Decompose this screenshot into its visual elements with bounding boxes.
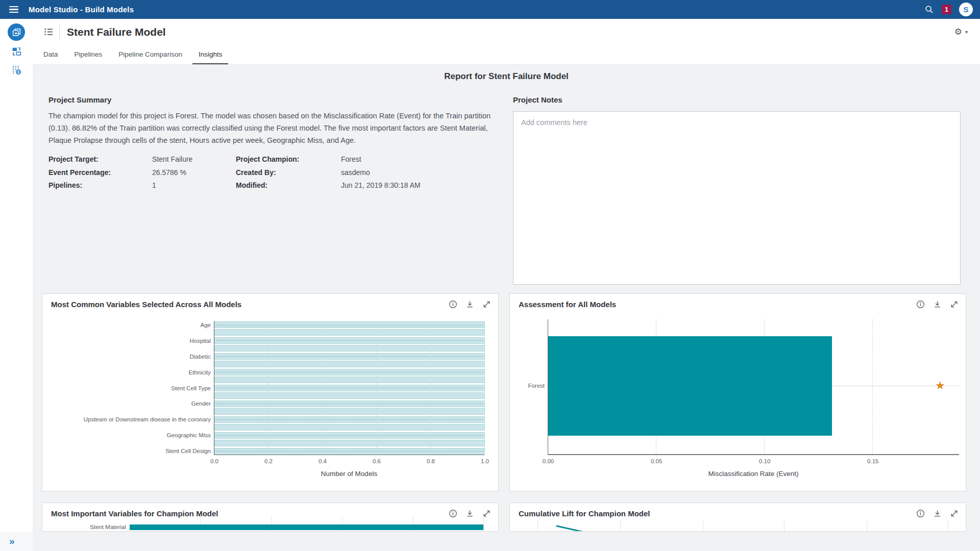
y-axis-label: Age	[201, 322, 211, 328]
card-title: Most Common Variables Selected Across Al…	[51, 300, 241, 309]
gridline	[703, 521, 703, 532]
bar-dotted-line	[216, 325, 483, 325]
expand-icon[interactable]	[482, 300, 491, 309]
bar	[214, 424, 485, 431]
card-assessment-all-models: Assessment for All Models 0.000.050.100.…	[509, 293, 966, 491]
card-actions	[908, 300, 959, 309]
user-avatar[interactable]: S	[959, 3, 973, 16]
y-axis-label: Upsteam or Downstream disease in the cor…	[84, 416, 211, 422]
card-header: Most Common Variables Selected Across Al…	[42, 294, 498, 314]
assessment-chart: 0.000.050.100.15Forest★	[548, 319, 959, 455]
field-label: Modified:	[236, 181, 341, 189]
x-axis-title: Misclassification Rate (Event)	[548, 470, 959, 478]
bar	[214, 448, 485, 455]
info-icon[interactable]	[449, 300, 457, 309]
y-axis-label: Geographic Miss	[167, 432, 211, 438]
card-actions	[440, 300, 491, 309]
page-title: Stent Failure Model	[67, 26, 166, 38]
bar	[214, 440, 485, 446]
card-most-common-variables: Most Common Variables Selected Across Al…	[42, 293, 499, 491]
lift-line-segment	[510, 523, 622, 532]
y-axis-label: Stent Cell Design	[165, 448, 211, 454]
header-divider	[59, 24, 60, 40]
sidebar-expand-button[interactable]: »	[0, 532, 33, 551]
projects-icon	[11, 27, 22, 38]
search-icon[interactable]	[924, 5, 934, 14]
download-icon[interactable]	[933, 300, 942, 309]
settings-menu-button[interactable]: ⚙ ▾	[954, 28, 968, 36]
y-axis-label: Forest	[528, 383, 545, 389]
menu-icon[interactable]	[9, 5, 21, 15]
field-label: Created By:	[236, 168, 341, 177]
project-summary-fields: Project Target: Stent Failure Project Ch…	[48, 155, 421, 189]
bar-dotted-line	[216, 435, 483, 436]
gridline	[948, 521, 948, 532]
card-title: Cumulative Lift for Champion Model	[519, 509, 650, 518]
gear-icon: ⚙	[954, 28, 962, 36]
chevron-down-icon: ▾	[965, 30, 968, 35]
sidebar-item-projects[interactable]	[8, 23, 25, 41]
info-icon[interactable]	[449, 509, 457, 518]
download-icon[interactable]	[465, 509, 474, 518]
bar	[214, 392, 485, 399]
info-icon[interactable]	[916, 509, 925, 518]
card-cumulative-lift: Cumulative Lift for Champion Model	[509, 503, 966, 532]
x-tick-label: 0.05	[651, 458, 662, 464]
card-actions	[908, 509, 959, 518]
x-tick-label: 1.0	[481, 458, 489, 464]
expand-icon[interactable]	[950, 300, 959, 309]
sidebar-item-exchange[interactable]	[8, 42, 25, 60]
data-exchange-icon	[11, 65, 22, 76]
y-axis-label: Ethnicity	[189, 369, 211, 375]
x-tick-label: 0.00	[543, 458, 554, 464]
expand-icon[interactable]	[950, 509, 959, 518]
bar-dotted-line	[216, 388, 483, 388]
x-tick-label: 0.15	[867, 458, 878, 464]
card-most-important-variables: Most Important Variables for Champion Mo…	[42, 503, 499, 532]
field-value: 1	[152, 181, 236, 189]
app-title: Model Studio - Build Models	[29, 5, 134, 14]
bar	[214, 400, 485, 407]
bar	[214, 369, 485, 375]
field-label: Pipelines:	[48, 181, 152, 189]
card-header: Assessment for All Models	[510, 294, 966, 314]
exchange-icon	[11, 46, 22, 57]
x-tick-label: 0.10	[759, 458, 770, 464]
field-label: Event Percentage:	[48, 168, 152, 177]
x-tick-label: 0.2	[264, 458, 273, 464]
y-axis-label: Stent Material	[90, 524, 126, 530]
bar	[214, 385, 485, 391]
tab-pipelines[interactable]: Pipelines	[68, 45, 109, 64]
bar	[214, 361, 485, 367]
tab-bar: Data Pipelines Pipeline Comparison Insig…	[33, 45, 980, 65]
notification-badge[interactable]: 1	[942, 5, 951, 14]
bar-dotted-line	[216, 356, 483, 357]
tab-insights[interactable]: Insights	[192, 45, 229, 64]
card-title: Most Important Variables for Champion Mo…	[51, 509, 218, 518]
download-icon[interactable]	[465, 300, 474, 309]
bar	[214, 345, 485, 352]
page-header: Stent Failure Model ⚙ ▾	[33, 19, 980, 45]
download-icon[interactable]	[933, 509, 942, 518]
bar	[214, 408, 485, 415]
project-list-icon[interactable]	[43, 27, 54, 37]
y-axis-label: Hospital	[189, 338, 211, 344]
project-summary-heading: Project Summary	[48, 95, 111, 104]
bar	[214, 377, 485, 383]
bar-stent-material	[130, 524, 483, 530]
info-icon[interactable]	[916, 300, 925, 309]
tab-pipeline-comparison[interactable]: Pipeline Comparison	[112, 45, 188, 64]
field-label: Project Champion:	[236, 155, 341, 163]
report-title: Report for Stent Failure Model	[33, 71, 980, 82]
field-value: Stent Failure	[152, 155, 236, 163]
field-value: sasdemo	[341, 168, 421, 177]
sidebar-item-data[interactable]	[8, 61, 25, 79]
project-notes-input[interactable]	[513, 111, 961, 285]
tab-data[interactable]: Data	[37, 45, 64, 64]
field-value: Forest	[341, 155, 421, 163]
gridline	[867, 521, 867, 532]
y-axis-label: Gender	[191, 400, 211, 407]
gridline	[872, 319, 873, 454]
bar	[214, 432, 485, 439]
x-tick-label: 0.4	[318, 458, 327, 464]
